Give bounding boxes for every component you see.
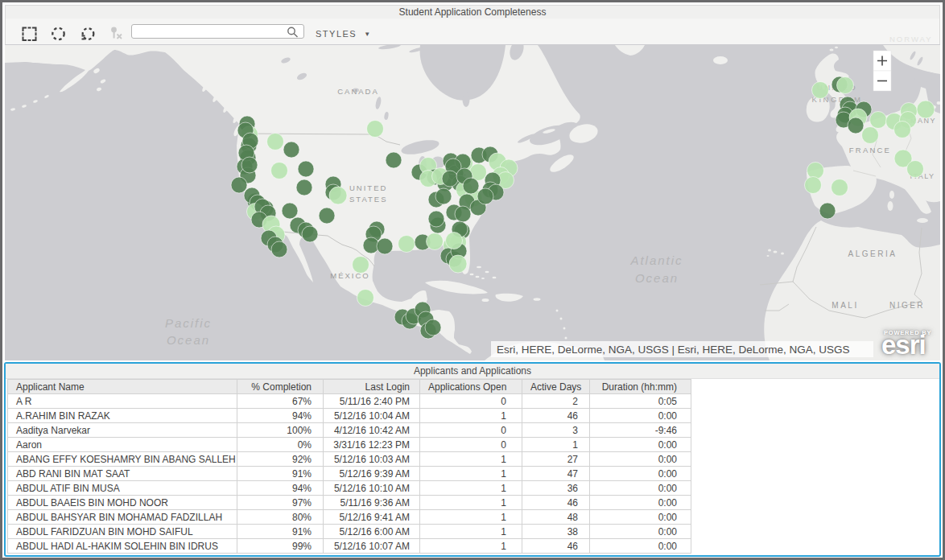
svg-text:NIGER: NIGER: [889, 301, 925, 310]
svg-text:esri: esri: [881, 330, 926, 360]
svg-text:MALI: MALI: [832, 301, 858, 310]
svg-text:Ocean: Ocean: [635, 271, 679, 285]
svg-text:Atlantic: Atlantic: [629, 253, 683, 267]
svg-text:STATES: STATES: [349, 195, 388, 204]
svg-text:CANADA: CANADA: [337, 87, 379, 96]
svg-text:Esri, HERE, DeLorme, NGA, USGS: Esri, HERE, DeLorme, NGA, USGS | Esri, H…: [497, 344, 850, 356]
svg-text:Pacific: Pacific: [165, 316, 212, 330]
svg-text:Ocean: Ocean: [167, 333, 210, 347]
svg-text:ALGERIA: ALGERIA: [848, 249, 898, 258]
svg-text:FRANCE: FRANCE: [849, 146, 891, 154]
svg-text:UNITED: UNITED: [349, 183, 387, 192]
